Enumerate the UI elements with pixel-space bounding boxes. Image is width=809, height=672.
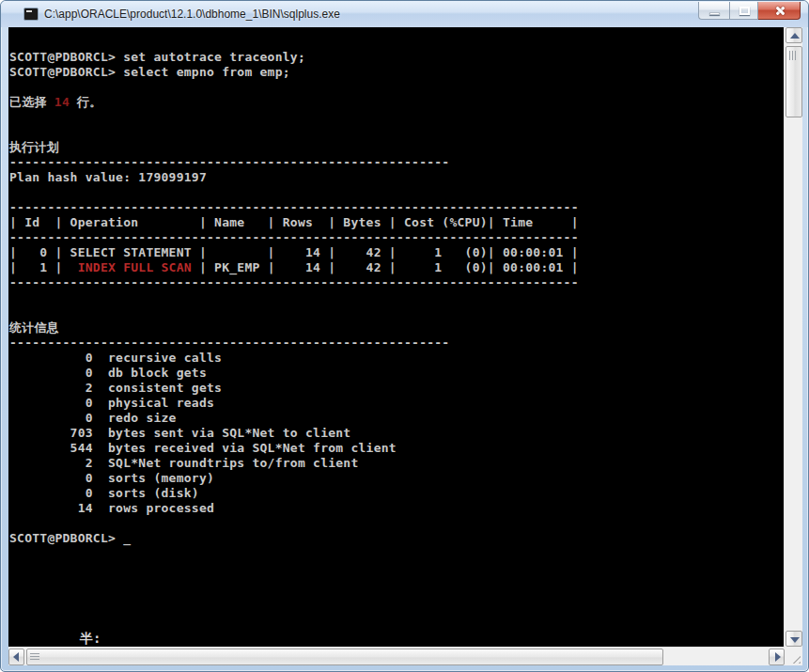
console-line: SCOTT@PDBORCL> select empno from emp;	[9, 65, 784, 80]
window-title: C:\app\ORACLE\product\12.1.0\dbhome_1\BI…	[44, 8, 340, 21]
console-line	[9, 125, 784, 140]
vertical-scrollbar-thumb[interactable]	[786, 46, 802, 117]
arrow-right-icon	[775, 652, 781, 662]
console-line: | 1 | INDEX FULL SCAN | PK_EMP | 14 | 42…	[9, 260, 784, 275]
console-line	[9, 80, 784, 95]
minimize-icon	[709, 12, 720, 15]
arrow-up-icon	[790, 33, 800, 39]
arrow-down-icon	[790, 637, 800, 643]
resize-grip[interactable]	[785, 647, 802, 665]
console-line: | Id | Operation | Name | Rows | Bytes |…	[9, 215, 784, 230]
console-window: C:\app\ORACLE\product\12.1.0\dbhome_1\BI…	[0, 0, 809, 672]
console-line: ----------------------------------------…	[9, 275, 784, 290]
titlebar[interactable]: C:\app\ORACLE\product\12.1.0\dbhome_1\BI…	[1, 1, 808, 27]
console-line	[9, 110, 784, 125]
scroll-left-button[interactable]	[8, 649, 24, 665]
close-button[interactable]	[758, 2, 801, 20]
console-line	[9, 185, 784, 200]
console-line: 2 SQL*Net roundtrips to/from client	[9, 456, 784, 471]
console-line: SCOTT@PDBORCL> _	[9, 531, 784, 546]
thumb-grip-icon	[789, 51, 798, 60]
console-line: 703 bytes sent via SQL*Net to client	[9, 426, 784, 441]
console-output[interactable]: SCOTT@PDBORCL> set autotrace traceonly;S…	[8, 27, 784, 647]
maximize-button[interactable]	[729, 2, 758, 20]
console-line: SCOTT@PDBORCL> set autotrace traceonly;	[9, 50, 784, 65]
minimize-button[interactable]	[698, 2, 729, 20]
console-line: 0 redo size	[9, 411, 784, 426]
scroll-down-button[interactable]	[786, 631, 802, 647]
thumb-grip-icon	[30, 653, 39, 661]
console-line: 0 sorts (memory)	[9, 471, 784, 486]
console-line: 统计信息	[9, 320, 784, 336]
horizontal-scrollbar-thumb[interactable]	[26, 649, 663, 665]
close-icon	[774, 6, 785, 16]
console-line: 0 physical reads	[9, 396, 784, 411]
console-line: 执行计划	[9, 140, 784, 155]
console-line: 已选择 14 行。	[9, 95, 784, 110]
console-line	[9, 516, 784, 531]
console-app-icon[interactable]	[23, 8, 39, 21]
vertical-scrollbar[interactable]	[784, 27, 802, 647]
console-line: ----------------------------------------…	[9, 200, 784, 215]
scroll-up-button[interactable]	[786, 27, 802, 43]
console-lines: SCOTT@PDBORCL> set autotrace traceonly;S…	[8, 27, 784, 546]
arrow-left-icon	[13, 652, 19, 662]
horizontal-scrollbar[interactable]	[8, 647, 785, 665]
console-line	[9, 290, 784, 305]
console-line: 544 bytes received via SQL*Net from clie…	[9, 441, 784, 456]
console-line	[9, 305, 784, 320]
caption-buttons	[698, 2, 801, 20]
ime-indicator: 半:	[80, 631, 101, 647]
console-line: Plan hash value: 179099197	[9, 170, 784, 185]
console-line: ----------------------------------------…	[9, 336, 784, 351]
console-line: | 0 | SELECT STATEMENT | | 14 | 42 | 1 (…	[9, 245, 784, 260]
console-line: 2 consistent gets	[9, 381, 784, 396]
scroll-right-button[interactable]	[769, 649, 785, 665]
console-line: ----------------------------------------…	[9, 155, 784, 170]
console-line: 0 sorts (disk)	[9, 486, 784, 501]
console-line: 0 db block gets	[9, 366, 784, 381]
console-line: ----------------------------------------…	[9, 230, 784, 245]
console-line: 14 rows processed	[9, 501, 784, 516]
console-line: 0 recursive calls	[9, 351, 784, 366]
maximize-icon	[739, 7, 750, 15]
